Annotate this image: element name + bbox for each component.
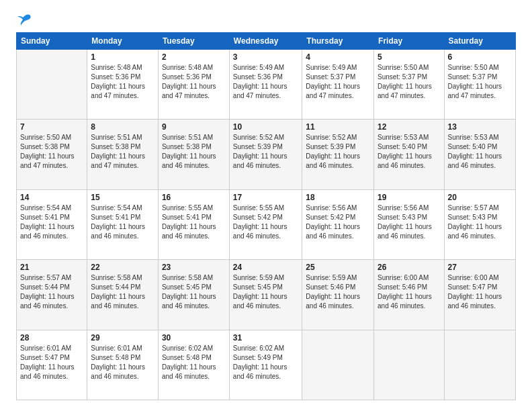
calendar-cell (302, 330, 374, 400)
calendar-cell: 10Sunrise: 5:52 AM Sunset: 5:39 PM Dayli… (229, 120, 302, 189)
day-info: Sunrise: 5:59 AM Sunset: 5:45 PM Dayligh… (233, 273, 298, 311)
calendar-cell: 12Sunrise: 5:53 AM Sunset: 5:40 PM Dayli… (374, 120, 444, 189)
day-info: Sunrise: 6:01 AM Sunset: 5:48 PM Dayligh… (91, 344, 154, 381)
calendar-cell: 2Sunrise: 5:48 AM Sunset: 5:36 PM Daylig… (158, 50, 229, 120)
calendar-cell: 27Sunrise: 6:00 AM Sunset: 5:47 PM Dayli… (444, 260, 515, 330)
calendar-cell: 9Sunrise: 5:51 AM Sunset: 5:38 PM Daylig… (158, 120, 229, 189)
day-info: Sunrise: 5:52 AM Sunset: 5:39 PM Dayligh… (233, 133, 298, 171)
page: SundayMondayTuesdayWednesdayThursdayFrid… (0, 0, 532, 411)
calendar-week-row: 1Sunrise: 5:48 AM Sunset: 5:36 PM Daylig… (17, 50, 516, 120)
day-info: Sunrise: 5:50 AM Sunset: 5:38 PM Dayligh… (20, 133, 83, 171)
day-number: 18 (306, 193, 370, 202)
day-info: Sunrise: 5:54 AM Sunset: 5:41 PM Dayligh… (20, 203, 83, 241)
calendar-cell: 13Sunrise: 5:53 AM Sunset: 5:40 PM Dayli… (444, 120, 515, 189)
day-number: 24 (233, 263, 298, 272)
calendar-cell: 21Sunrise: 5:57 AM Sunset: 5:44 PM Dayli… (17, 260, 87, 330)
calendar-cell: 14Sunrise: 5:54 AM Sunset: 5:41 PM Dayli… (17, 189, 87, 259)
day-info: Sunrise: 5:56 AM Sunset: 5:43 PM Dayligh… (378, 203, 440, 241)
header (16, 13, 516, 26)
calendar-cell: 1Sunrise: 5:48 AM Sunset: 5:36 PM Daylig… (87, 50, 159, 120)
calendar-cell: 5Sunrise: 5:50 AM Sunset: 5:37 PM Daylig… (374, 50, 444, 120)
day-info: Sunrise: 5:58 AM Sunset: 5:44 PM Dayligh… (91, 273, 154, 311)
day-info: Sunrise: 5:49 AM Sunset: 5:37 PM Dayligh… (306, 63, 370, 101)
calendar-cell: 18Sunrise: 5:56 AM Sunset: 5:42 PM Dayli… (302, 189, 374, 259)
calendar-header-tuesday: Tuesday (158, 33, 229, 50)
day-number: 4 (306, 52, 370, 62)
calendar-cell: 7Sunrise: 5:50 AM Sunset: 5:38 PM Daylig… (17, 120, 87, 189)
day-info: Sunrise: 5:53 AM Sunset: 5:40 PM Dayligh… (448, 133, 512, 171)
calendar-week-row: 14Sunrise: 5:54 AM Sunset: 5:41 PM Dayli… (17, 189, 516, 259)
day-number: 30 (162, 333, 226, 342)
day-number: 25 (306, 263, 370, 272)
calendar-header-monday: Monday (87, 33, 159, 50)
day-info: Sunrise: 5:50 AM Sunset: 5:37 PM Dayligh… (448, 63, 512, 101)
day-number: 13 (448, 122, 512, 132)
calendar-cell: 26Sunrise: 6:00 AM Sunset: 5:46 PM Dayli… (374, 260, 444, 330)
day-number: 2 (162, 52, 226, 62)
day-info: Sunrise: 5:57 AM Sunset: 5:43 PM Dayligh… (448, 203, 512, 241)
calendar-cell: 30Sunrise: 6:02 AM Sunset: 5:48 PM Dayli… (158, 330, 229, 400)
day-number: 14 (20, 193, 83, 202)
calendar-header-wednesday: Wednesday (229, 33, 302, 50)
day-number: 1 (91, 52, 154, 62)
calendar-header-row: SundayMondayTuesdayWednesdayThursdayFrid… (17, 33, 516, 50)
calendar-cell: 11Sunrise: 5:52 AM Sunset: 5:39 PM Dayli… (302, 120, 374, 189)
day-number: 9 (162, 122, 226, 132)
calendar-cell (444, 330, 515, 400)
calendar-cell: 3Sunrise: 5:49 AM Sunset: 5:36 PM Daylig… (229, 50, 302, 120)
day-number: 23 (162, 263, 226, 272)
calendar-cell: 29Sunrise: 6:01 AM Sunset: 5:48 PM Dayli… (87, 330, 159, 400)
calendar-cell: 24Sunrise: 5:59 AM Sunset: 5:45 PM Dayli… (229, 260, 302, 330)
day-number: 6 (448, 52, 512, 62)
calendar-table: SundayMondayTuesdayWednesdayThursdayFrid… (16, 32, 516, 400)
day-number: 31 (233, 333, 298, 342)
day-number: 3 (233, 52, 298, 62)
day-number: 7 (20, 122, 83, 132)
calendar-cell: 4Sunrise: 5:49 AM Sunset: 5:37 PM Daylig… (302, 50, 374, 120)
calendar-cell: 16Sunrise: 5:55 AM Sunset: 5:41 PM Dayli… (158, 189, 229, 259)
day-info: Sunrise: 5:51 AM Sunset: 5:38 PM Dayligh… (162, 133, 226, 171)
calendar-cell: 22Sunrise: 5:58 AM Sunset: 5:44 PM Dayli… (87, 260, 159, 330)
day-number: 20 (448, 193, 512, 202)
day-info: Sunrise: 5:59 AM Sunset: 5:46 PM Dayligh… (306, 273, 370, 311)
day-info: Sunrise: 5:50 AM Sunset: 5:37 PM Dayligh… (378, 63, 440, 101)
day-info: Sunrise: 6:02 AM Sunset: 5:48 PM Dayligh… (162, 344, 226, 381)
calendar-cell (374, 330, 444, 400)
calendar-header-sunday: Sunday (17, 33, 87, 50)
calendar-cell: 20Sunrise: 5:57 AM Sunset: 5:43 PM Dayli… (444, 189, 515, 259)
day-info: Sunrise: 5:49 AM Sunset: 5:36 PM Dayligh… (233, 63, 298, 101)
calendar-header-friday: Friday (374, 33, 444, 50)
calendar-header-saturday: Saturday (444, 33, 515, 50)
calendar-cell (17, 50, 87, 120)
day-number: 22 (91, 263, 154, 272)
calendar-header-thursday: Thursday (302, 33, 374, 50)
day-number: 26 (378, 263, 440, 272)
day-info: Sunrise: 6:00 AM Sunset: 5:47 PM Dayligh… (448, 273, 512, 311)
day-info: Sunrise: 5:53 AM Sunset: 5:40 PM Dayligh… (378, 133, 440, 171)
day-info: Sunrise: 6:00 AM Sunset: 5:46 PM Dayligh… (378, 273, 440, 311)
logo-bird-icon (17, 13, 32, 27)
day-info: Sunrise: 5:48 AM Sunset: 5:36 PM Dayligh… (91, 63, 154, 101)
calendar-cell: 8Sunrise: 5:51 AM Sunset: 5:38 PM Daylig… (87, 120, 159, 189)
calendar-cell: 15Sunrise: 5:54 AM Sunset: 5:41 PM Dayli… (87, 189, 159, 259)
calendar-cell: 25Sunrise: 5:59 AM Sunset: 5:46 PM Dayli… (302, 260, 374, 330)
calendar-cell: 28Sunrise: 6:01 AM Sunset: 5:47 PM Dayli… (17, 330, 87, 400)
calendar-cell: 17Sunrise: 5:55 AM Sunset: 5:42 PM Dayli… (229, 189, 302, 259)
day-number: 15 (91, 193, 154, 202)
calendar-cell: 19Sunrise: 5:56 AM Sunset: 5:43 PM Dayli… (374, 189, 444, 259)
day-info: Sunrise: 6:01 AM Sunset: 5:47 PM Dayligh… (20, 344, 83, 381)
day-number: 8 (91, 122, 154, 132)
day-number: 29 (91, 333, 154, 342)
day-number: 27 (448, 263, 512, 272)
day-info: Sunrise: 5:48 AM Sunset: 5:36 PM Dayligh… (162, 63, 226, 101)
day-info: Sunrise: 6:02 AM Sunset: 5:49 PM Dayligh… (233, 344, 298, 381)
day-number: 5 (378, 52, 440, 62)
logo (16, 13, 32, 26)
day-info: Sunrise: 5:55 AM Sunset: 5:42 PM Dayligh… (233, 203, 298, 241)
day-number: 19 (378, 193, 440, 202)
calendar-cell: 23Sunrise: 5:58 AM Sunset: 5:45 PM Dayli… (158, 260, 229, 330)
day-info: Sunrise: 5:51 AM Sunset: 5:38 PM Dayligh… (91, 133, 154, 171)
day-number: 10 (233, 122, 298, 132)
calendar-week-row: 28Sunrise: 6:01 AM Sunset: 5:47 PM Dayli… (17, 330, 516, 400)
day-info: Sunrise: 5:58 AM Sunset: 5:45 PM Dayligh… (162, 273, 226, 311)
